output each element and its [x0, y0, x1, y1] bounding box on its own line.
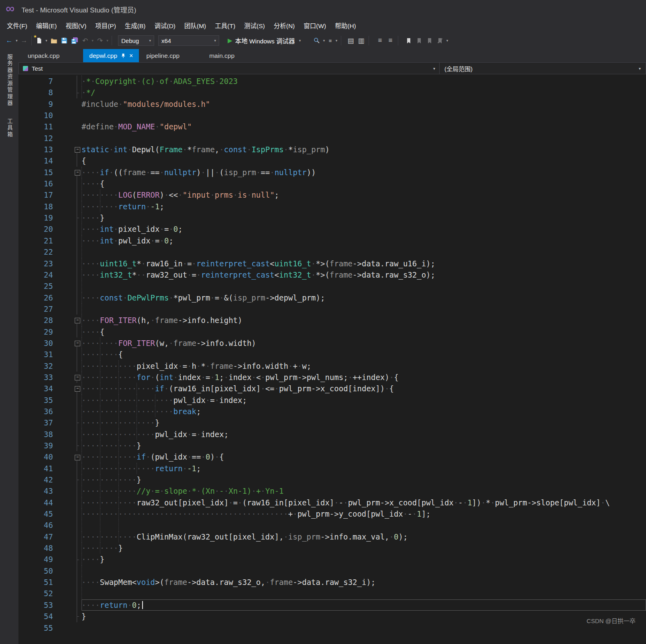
- code-line[interactable]: 34················if·(raw16_in[pixel_idx…: [18, 383, 646, 394]
- side-tab[interactable]: 服务器资源管理器: [5, 54, 13, 107]
- code-line[interactable]: 47············ClipMinMax(raw32_out[pixel…: [18, 531, 646, 542]
- fold-collapse-button[interactable]: [74, 315, 80, 326]
- code-line[interactable]: 7·*·Copyright·(c)·of·ADAS_EYES·2023: [18, 76, 646, 87]
- menu-item-h[interactable]: 帮助(H): [330, 19, 361, 32]
- code-line[interactable]: 44············raw32_out[pixel_idx]·=·(ra…: [18, 497, 646, 508]
- new-file-caret[interactable]: ▾: [44, 39, 49, 43]
- code-line[interactable]: 26····const·DePwlPrms·*pwl_prm·=·&(isp_p…: [18, 292, 646, 303]
- menu-item-v[interactable]: 视图(V): [61, 19, 91, 32]
- code-line[interactable]: 38················pwl_idx·=·index;: [18, 429, 646, 440]
- navigate-forward-icon[interactable]: →: [19, 35, 29, 46]
- fold-collapse-button[interactable]: [74, 372, 80, 383]
- toolbar-options-caret[interactable]: ▾: [334, 39, 339, 43]
- find-icon[interactable]: [312, 35, 322, 46]
- undo-caret[interactable]: ▾: [90, 39, 95, 43]
- side-tab[interactable]: 工具箱: [5, 118, 13, 138]
- code-line[interactable]: 16····{: [18, 178, 646, 189]
- code-line[interactable]: 52: [18, 588, 646, 599]
- code-line[interactable]: 18········return·-1;: [18, 201, 646, 212]
- tab-unpack-cpp[interactable]: unpack.cpp: [22, 49, 82, 62]
- code-line[interactable]: 33············for·(int·index·=·1;·index·…: [18, 372, 646, 383]
- code-line[interactable]: 17········LOG(ERROR)·<<·"input·prms·is·n…: [18, 189, 646, 200]
- solution-platform-combo[interactable]: x64 ▾: [158, 35, 219, 46]
- tab-depwl-cpp[interactable]: depwl.cpp×: [83, 49, 139, 62]
- menu-item-f[interactable]: 文件(F): [2, 19, 32, 32]
- code-line[interactable]: 42············}: [18, 474, 646, 485]
- project-scope-dropdown[interactable]: Test ▾: [19, 63, 440, 74]
- code-line[interactable]: 9#include·"modules/modules.h": [18, 98, 646, 110]
- fold-collapse-button[interactable]: [74, 144, 80, 155]
- code-line[interactable]: 40············if·(pwl_idx·==·0)·{: [18, 451, 646, 462]
- menu-item-e[interactable]: 编辑(E): [32, 19, 61, 32]
- fold-collapse-button[interactable]: [74, 337, 80, 349]
- code-line[interactable]: 11#define·MOD_NAME·"depwl": [18, 121, 646, 132]
- member-scope-dropdown[interactable]: (全局范围) ▾: [440, 63, 646, 74]
- menu-item-w[interactable]: 窗口(W): [299, 19, 330, 32]
- code-line[interactable]: 25: [18, 280, 646, 292]
- code-line[interactable]: 54}: [18, 611, 646, 622]
- code-line[interactable]: 8·*/: [18, 87, 646, 98]
- sync-window-icon[interactable]: ▥: [356, 35, 367, 46]
- fold-collapse-button[interactable]: [74, 451, 80, 462]
- code-line[interactable]: 15····if·((frame·==·nullptr)·||·(isp_prm…: [18, 167, 646, 178]
- navigate-backward-icon[interactable]: ←: [4, 35, 14, 46]
- code-line[interactable]: 31········{: [18, 349, 646, 360]
- menu-item-t[interactable]: 工具(T): [210, 19, 240, 32]
- code-line[interactable]: 43············//y·=·slope·*·(Xn·-·Xn-1)·…: [18, 485, 646, 497]
- menu-item-m[interactable]: 团队(M): [180, 19, 210, 32]
- code-line[interactable]: 22: [18, 246, 646, 258]
- find-caret[interactable]: ▾: [322, 39, 326, 43]
- code-line[interactable]: 21····int·pwl_idx·=·0;: [18, 235, 646, 246]
- navigate-list-forward-icon[interactable]: ≡: [385, 35, 396, 46]
- open-folder-icon[interactable]: [49, 35, 59, 46]
- pin-icon[interactable]: [121, 53, 126, 58]
- fold-collapse-button[interactable]: [74, 167, 80, 178]
- code-line[interactable]: 23····uint16_t*·raw16_in·=·reinterpret_c…: [18, 258, 646, 269]
- code-line[interactable]: 28····FOR_ITER(h,·frame->info.height): [18, 315, 646, 326]
- code-line[interactable]: 14{: [18, 155, 646, 166]
- start-debugging-button[interactable]: ▶ 本地 Windows 调试器 ▾: [224, 36, 306, 45]
- undo-icon[interactable]: ↶: [80, 35, 90, 46]
- navigate-backward-caret[interactable]: ▾: [14, 39, 19, 43]
- close-icon[interactable]: ×: [129, 53, 133, 59]
- menu-item-n[interactable]: 分析(N): [269, 19, 300, 32]
- code-line[interactable]: 32············pixel_idx·=·h·*·frame->inf…: [18, 360, 646, 372]
- code-line[interactable]: 19····}: [18, 212, 646, 223]
- code-line[interactable]: 55: [18, 622, 646, 634]
- menu-item-p[interactable]: 项目(P): [91, 19, 120, 32]
- code-line[interactable]: 12: [18, 133, 646, 144]
- code-line[interactable]: 45······································…: [18, 508, 646, 519]
- save-icon[interactable]: [59, 35, 69, 46]
- code-line[interactable]: 48········}: [18, 542, 646, 554]
- code-line[interactable]: 10: [18, 110, 646, 121]
- toolbar-options-icon[interactable]: ≡: [326, 35, 334, 46]
- code-line[interactable]: 36····················break;: [18, 406, 646, 417]
- code-line[interactable]: 51····SwapMem<void>(frame->data.raw_s32_…: [18, 577, 646, 588]
- code-line[interactable]: 30········FOR_ITER(w,·frame->info.width): [18, 337, 646, 349]
- output-window-icon[interactable]: ▤: [346, 35, 356, 46]
- toolbar-overflow-caret[interactable]: ▾: [445, 39, 450, 43]
- navigate-list-back-icon[interactable]: ≡: [375, 35, 385, 46]
- code-line[interactable]: 29····{: [18, 326, 646, 337]
- previous-bookmark-icon[interactable]: [414, 35, 424, 46]
- clear-bookmarks-icon[interactable]: [435, 35, 445, 46]
- redo-caret[interactable]: ▾: [105, 39, 110, 43]
- code-line[interactable]: 20····int·pixel_idx·=·0;: [18, 223, 646, 235]
- menu-item-d[interactable]: 调试(D): [150, 19, 180, 32]
- code-line[interactable]: 49····}: [18, 554, 646, 565]
- code-line[interactable]: 46: [18, 519, 646, 531]
- next-bookmark-icon[interactable]: [424, 35, 435, 46]
- fold-collapse-button[interactable]: [74, 383, 80, 394]
- redo-icon[interactable]: ↷: [95, 35, 105, 46]
- new-file-icon[interactable]: ★: [34, 35, 44, 46]
- tab-main-cpp[interactable]: main.cpp: [203, 49, 257, 62]
- menu-item-b[interactable]: 生成(B): [120, 19, 150, 32]
- code-editor[interactable]: 7·*·Copyright·(c)·of·ADAS_EYES·20238·*/9…: [18, 74, 646, 644]
- menu-item-s[interactable]: 测试(S): [240, 19, 269, 32]
- solution-config-combo[interactable]: Debug ▾: [118, 35, 154, 46]
- code-line[interactable]: 39············}: [18, 440, 646, 451]
- code-line[interactable]: 53····return·0;: [18, 599, 646, 611]
- code-line[interactable]: 27: [18, 303, 646, 315]
- code-line[interactable]: 13static·int·Depwl(Frame·*frame,·const·I…: [18, 144, 646, 155]
- code-line[interactable]: 35····················pwl_idx·=·index;: [18, 395, 646, 406]
